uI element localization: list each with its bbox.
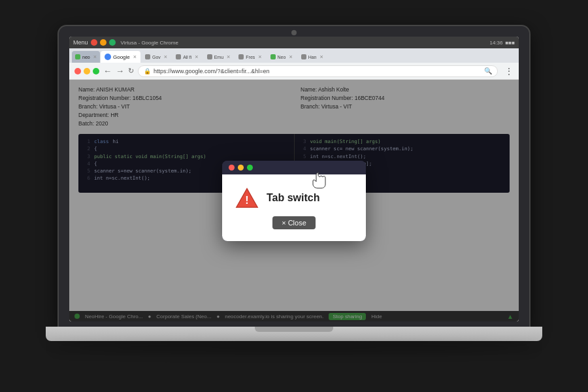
laptop-container: Menu Virtusa - Google Chrome 14:36 ■■■ n… bbox=[39, 26, 549, 366]
tab-neocoder[interactable]: neo × bbox=[72, 51, 100, 63]
browser-content: Name: ANISH KUMAR Registration Number: 1… bbox=[69, 80, 519, 321]
search-icon: 🔍 bbox=[484, 67, 492, 74]
address-bar[interactable]: 🔒 https://www.google.com/?&client=fir...… bbox=[138, 65, 498, 77]
current-page-title: Virtusa - Google Chrome bbox=[121, 40, 178, 46]
tab-han[interactable]: Han × bbox=[297, 51, 327, 63]
os-menu[interactable]: Menu bbox=[73, 39, 88, 46]
tab-fre1[interactable]: Fres × bbox=[235, 51, 265, 63]
neo2-tab-close[interactable]: × bbox=[289, 54, 292, 60]
google-tab-label: Google bbox=[113, 54, 130, 60]
os-icon-3 bbox=[109, 39, 116, 46]
reload-button[interactable]: ↻ bbox=[128, 67, 134, 74]
laptop-camera bbox=[291, 30, 297, 35]
laptop-notch bbox=[255, 327, 333, 332]
hamburger-menu[interactable]: ⋮ bbox=[504, 66, 514, 76]
all-favicon bbox=[176, 54, 181, 59]
svg-text:!: ! bbox=[245, 194, 248, 206]
all-tab-label: All fi bbox=[183, 55, 191, 59]
laptop-bezel: Menu Virtusa - Google Chrome 14:36 ■■■ n… bbox=[59, 26, 529, 327]
modal-close-button[interactable]: × Close bbox=[272, 216, 316, 229]
modal-body: ! Tab switch × Close bbox=[222, 174, 366, 241]
lock-icon: 🔒 bbox=[144, 68, 151, 74]
gov-tab-close[interactable]: × bbox=[164, 54, 167, 60]
neocoder-tab-label: neo bbox=[82, 55, 90, 59]
tab-gov[interactable]: Gov × bbox=[141, 51, 171, 63]
neocoder-tab-close[interactable]: × bbox=[93, 54, 97, 60]
han-favicon bbox=[301, 54, 306, 59]
back-button[interactable]: ← bbox=[103, 67, 112, 75]
neocoder-favicon bbox=[75, 54, 80, 59]
gov-favicon bbox=[145, 54, 150, 59]
emu-favicon bbox=[207, 54, 212, 59]
neo2-favicon bbox=[270, 54, 276, 59]
os-topbar: Menu Virtusa - Google Chrome 14:36 ■■■ bbox=[69, 37, 519, 48]
minimize-dot[interactable] bbox=[84, 68, 90, 74]
gov-tab-label: Gov bbox=[152, 55, 161, 59]
os-icon-2 bbox=[100, 39, 106, 46]
modal-minimize-dot[interactable] bbox=[238, 165, 244, 171]
url-text: https://www.google.com/?&client=fir...&h… bbox=[154, 68, 270, 74]
google-favicon bbox=[105, 54, 111, 60]
os-time: 14:36 bbox=[489, 40, 502, 46]
han-tab-label: Han bbox=[308, 55, 317, 59]
modal-maximize-dot[interactable] bbox=[247, 165, 253, 171]
fre1-tab-close[interactable]: × bbox=[258, 54, 261, 60]
neo2-tab-label: Neo bbox=[278, 55, 286, 59]
emu-tab-close[interactable]: × bbox=[227, 54, 230, 60]
os-icon-1 bbox=[91, 39, 97, 46]
tab-emu[interactable]: Emu × bbox=[203, 51, 235, 63]
os-battery: ■■■ bbox=[506, 40, 515, 46]
forward-button[interactable]: → bbox=[116, 67, 124, 75]
traffic-lights bbox=[74, 68, 99, 74]
modal-alert-row: ! Tab switch bbox=[235, 186, 353, 210]
modal-title: Tab switch bbox=[267, 192, 320, 204]
all-tab-close[interactable]: × bbox=[195, 54, 198, 60]
han-tab-close[interactable]: × bbox=[320, 54, 323, 60]
browser-chrome: ← → ↻ 🔒 https://www.google.com/?&client=… bbox=[69, 63, 519, 80]
google-tab-close[interactable]: × bbox=[133, 54, 137, 60]
alert-icon: ! bbox=[235, 186, 259, 210]
browser-tabs-row: neo × Google × Gov × All fi bbox=[69, 48, 519, 63]
modal-overlay: ! Tab switch × Close bbox=[69, 80, 519, 321]
tab-neo2[interactable]: Neo × bbox=[267, 51, 297, 63]
modal-titlebar bbox=[222, 161, 366, 174]
close-dot[interactable] bbox=[74, 68, 81, 74]
laptop-screen: Menu Virtusa - Google Chrome 14:36 ■■■ n… bbox=[69, 37, 519, 321]
laptop-shadow bbox=[52, 344, 536, 351]
tab-google[interactable]: Google × bbox=[101, 51, 140, 63]
laptop-base bbox=[46, 327, 542, 341]
maximize-dot[interactable] bbox=[93, 68, 99, 74]
emu-tab-label: Emu bbox=[214, 55, 223, 59]
fre1-favicon bbox=[238, 54, 244, 59]
tab-all[interactable]: All fi × bbox=[172, 51, 203, 63]
tab-switch-modal: ! Tab switch × Close bbox=[222, 161, 366, 241]
modal-close-dot[interactable] bbox=[229, 165, 235, 171]
fre1-tab-label: Fres bbox=[246, 55, 255, 59]
